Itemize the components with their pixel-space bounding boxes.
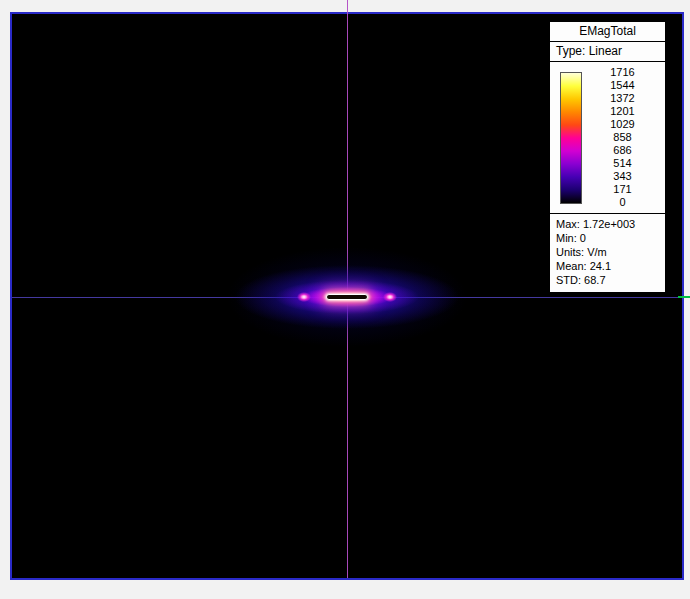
stat-min: Min: 0 <box>556 231 659 245</box>
stat-units: Units: V/m <box>556 245 659 259</box>
x-axis-green-marker <box>678 296 690 298</box>
tick-label: 1716 <box>582 66 663 79</box>
field-plot-window: EMagTotal Type: Linear 1716 1544 1372 12… <box>0 0 690 599</box>
tick-label: 343 <box>582 170 663 183</box>
tick-label: 858 <box>582 131 663 144</box>
tick-label: 1029 <box>582 118 663 131</box>
legend-stats: Max: 1.72e+003 Min: 0 Units: V/m Mean: 2… <box>550 214 665 292</box>
legend-scale-type: Type: Linear <box>550 42 665 62</box>
y-axis-line <box>347 0 348 578</box>
tick-label: 686 <box>582 144 663 157</box>
colorbar-tick-labels: 1716 1544 1372 1201 1029 858 686 514 343… <box>582 66 663 209</box>
tick-label: 1201 <box>582 105 663 118</box>
legend-title: EMagTotal <box>550 22 665 42</box>
tick-label: 1372 <box>582 92 663 105</box>
stat-std: STD: 68.7 <box>556 273 659 287</box>
tick-label: 514 <box>582 157 663 170</box>
tick-label: 1544 <box>582 79 663 92</box>
tick-label: 0 <box>582 196 663 209</box>
stat-mean: Mean: 24.1 <box>556 259 659 273</box>
tick-label: 171 <box>582 183 663 196</box>
legend-scale: 1716 1544 1372 1201 1029 858 686 514 343… <box>550 62 665 214</box>
colorbar[interactable] <box>560 72 582 204</box>
field-legend[interactable]: EMagTotal Type: Linear 1716 1544 1372 12… <box>549 21 666 293</box>
dipole-element <box>326 294 368 300</box>
stat-max: Max: 1.72e+003 <box>556 217 659 231</box>
